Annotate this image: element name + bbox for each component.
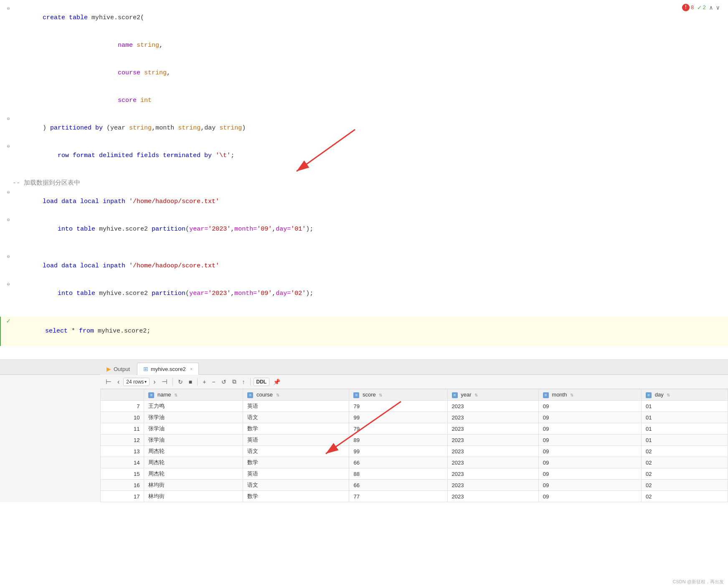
cell-name[interactable]: 周杰轮 [144,446,243,457]
cell-course[interactable]: 语文 [243,446,349,457]
fold-marker-9[interactable]: ⊖ [7,188,10,197]
cell-day[interactable]: 01 [642,412,728,423]
ddl-button[interactable]: DDL [254,378,270,386]
cell-name[interactable]: 周杰轮 [144,468,243,480]
add-row-button[interactable]: + [200,377,208,386]
cell-name[interactable]: 张学油 [144,412,243,423]
cell-course[interactable]: 英语 [243,468,349,480]
table-row[interactable]: 7 王力鸣 英语 79 2023 09 01 [101,401,728,412]
cell-name[interactable]: 张学油 [144,423,243,435]
table-row[interactable]: 13 周杰轮 语文 99 2023 09 02 [101,446,728,457]
sort-icon-score[interactable]: ⇅ [379,393,382,397]
cell-year[interactable]: 2023 [447,423,538,435]
fold-marker-6[interactable]: ⊖ [7,142,10,151]
cell-month[interactable]: 09 [538,446,641,457]
sort-icon-day[interactable]: ⇅ [667,393,670,397]
cell-day[interactable]: 01 [642,423,728,435]
col-course-label: course [256,391,273,398]
cell-score[interactable]: 99 [349,412,447,423]
col-course-header[interactable]: ≡ course ⇅ [243,389,349,401]
prev-page-button[interactable]: ‹ [115,377,122,387]
cell-day[interactable]: 02 [642,480,728,491]
cell-month[interactable]: 09 [538,435,641,446]
cell-course[interactable]: 语文 [243,480,349,491]
move-up-button[interactable]: ↑ [240,377,247,386]
cell-day[interactable]: 02 [642,457,728,468]
cell-month[interactable]: 09 [538,423,641,435]
col-month-header[interactable]: ≡ month ⇅ [538,389,641,401]
cell-month[interactable]: 09 [538,468,641,480]
cell-name[interactable]: 王力鸣 [144,401,243,412]
cell-score[interactable]: 99 [349,446,447,457]
cell-course[interactable]: 数学 [243,423,349,435]
cell-year[interactable]: 2023 [447,480,538,491]
cell-year[interactable]: 2023 [447,412,538,423]
cell-month[interactable]: 09 [538,457,641,468]
cell-course[interactable]: 英语 [243,435,349,446]
fold-marker[interactable]: ⊖ [7,4,10,13]
cell-month[interactable]: 09 [538,412,641,423]
table-row[interactable]: 16 林均街 语文 66 2023 09 02 [101,480,728,491]
cell-score[interactable]: 66 [349,480,447,491]
cell-year[interactable]: 2023 [447,491,538,502]
sort-icon-course[interactable]: ⇅ [276,393,279,397]
cell-name[interactable]: 林均街 [144,491,243,502]
cell-month[interactable]: 09 [538,401,641,412]
tab-close-btn[interactable]: × [190,366,193,371]
cell-month[interactable]: 09 [538,491,641,502]
cell-name[interactable]: 周杰轮 [144,457,243,468]
undo-button[interactable]: ↺ [219,377,228,386]
sort-icon-year[interactable]: ⇅ [474,393,478,397]
fold-marker-10[interactable]: ⊖ [7,216,10,225]
cell-course[interactable]: 数学 [243,457,349,468]
fold-marker-13[interactable]: ⊖ [7,280,10,289]
fold-marker-12[interactable]: ⊖ [7,252,10,262]
cell-score[interactable]: 79 [349,423,447,435]
last-page-button[interactable]: ⊣ [160,376,170,387]
table-row[interactable]: 12 张学油 英语 89 2023 09 01 [101,435,728,446]
refresh-button[interactable]: ↻ [176,377,185,386]
col-year-header[interactable]: ≡ year ⇅ [447,389,538,401]
sort-icon-month[interactable]: ⇅ [570,393,573,397]
pin-button[interactable]: 📌 [271,377,282,386]
cell-course[interactable]: 数学 [243,491,349,502]
table-row[interactable]: 10 张学油 语文 99 2023 09 01 [101,412,728,423]
cell-year[interactable]: 2023 [447,446,538,457]
copy-button[interactable]: ⧉ [230,377,238,386]
col-name-header[interactable]: ≡ name ⇅ [144,389,243,401]
next-page-button[interactable]: › [151,377,157,387]
sort-icon-name[interactable]: ⇅ [174,393,178,397]
first-page-button[interactable]: ⊢ [104,376,114,387]
cell-score[interactable]: 66 [349,457,447,468]
cell-course[interactable]: 语文 [243,412,349,423]
cell-score[interactable]: 77 [349,491,447,502]
cell-name[interactable]: 张学油 [144,435,243,446]
tab-table[interactable]: ⊞ myhive.score2 × [137,363,199,375]
col-score-header[interactable]: ≡ score ⇅ [349,389,447,401]
table-row[interactable]: 15 周杰轮 英语 88 2023 09 02 [101,468,728,480]
cell-day[interactable]: 02 [642,468,728,480]
tab-output[interactable]: ▶ Output [100,363,136,375]
table-row[interactable]: 11 张学油 数学 79 2023 09 01 [101,423,728,435]
stop-button[interactable]: ■ [187,377,194,386]
table-row[interactable]: 17 林均街 数学 77 2023 09 02 [101,491,728,502]
cell-month[interactable]: 09 [538,480,641,491]
col-day-header[interactable]: ≡ day ⇅ [642,389,728,401]
cell-day[interactable]: 02 [642,491,728,502]
cell-year[interactable]: 2023 [447,435,538,446]
cell-name[interactable]: 林均街 [144,480,243,491]
fold-marker-5[interactable]: ⊖ [7,114,10,124]
remove-row-button[interactable]: − [210,377,217,386]
cell-year[interactable]: 2023 [447,401,538,412]
cell-year[interactable]: 2023 [447,468,538,480]
cell-day[interactable]: 02 [642,446,728,457]
cell-year[interactable]: 2023 [447,457,538,468]
cell-score[interactable]: 79 [349,401,447,412]
cell-day[interactable]: 01 [642,401,728,412]
cell-score[interactable]: 88 [349,468,447,480]
cell-score[interactable]: 89 [349,435,447,446]
rows-selector[interactable]: 24 rows ▾ [123,378,150,386]
table-row[interactable]: 14 周杰轮 数学 66 2023 09 02 [101,457,728,468]
cell-course[interactable]: 英语 [243,401,349,412]
cell-day[interactable]: 01 [642,435,728,446]
